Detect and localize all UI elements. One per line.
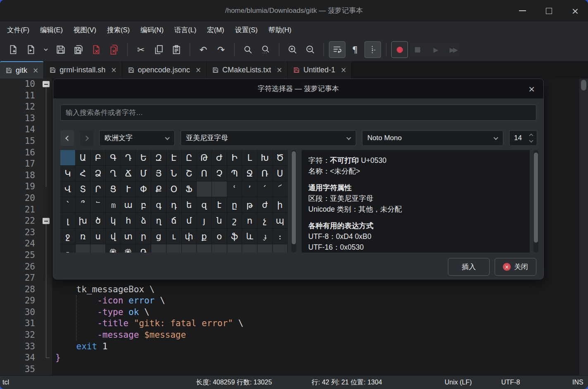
- word-wrap-icon[interactable]: [329, 41, 345, 58]
- char-cell[interactable]: ՞: [76, 197, 90, 212]
- char-cell[interactable]: Հ: [76, 166, 90, 181]
- script-select[interactable]: 欧洲文字: [99, 130, 175, 146]
- char-cell[interactable]: ձ: [136, 213, 151, 228]
- char-cell[interactable]: Զ: [151, 150, 166, 165]
- char-cell[interactable]: Ք: [151, 181, 166, 197]
- char-cell[interactable]: ի: [273, 197, 288, 212]
- char-cell[interactable]: Մ: [136, 166, 151, 181]
- char-cell[interactable]: Ց: [106, 181, 121, 197]
- menu-item[interactable]: 搜索(S): [102, 21, 135, 38]
- char-cell[interactable]: վ: [106, 229, 121, 244]
- character-search-input[interactable]: [60, 105, 536, 121]
- char-cell[interactable]: Է: [167, 150, 181, 165]
- char-cell[interactable]: ե: [182, 197, 197, 212]
- char-cell[interactable]: պ: [273, 213, 288, 228]
- indent-guide-icon[interactable]: [364, 41, 381, 58]
- char-cell[interactable]: դ: [167, 197, 181, 212]
- show-paragraph-marks-icon[interactable]: ¶: [347, 41, 363, 58]
- open-file-icon[interactable]: [23, 41, 39, 58]
- char-cell[interactable]: Խ: [257, 150, 272, 165]
- char-cell[interactable]: ֎: [121, 244, 136, 253]
- char-cell[interactable]: [182, 244, 197, 253]
- forward-button[interactable]: [80, 130, 93, 146]
- char-cell[interactable]: ռ: [76, 229, 90, 244]
- menu-item[interactable]: 设置(S): [229, 21, 263, 38]
- char-cell[interactable]: ց: [151, 229, 166, 244]
- char-cell[interactable]: [90, 244, 105, 253]
- char-cell[interactable]: Դ: [121, 150, 136, 165]
- tab-close-icon[interactable]: ×: [33, 66, 38, 74]
- char-cell[interactable]: է: [212, 197, 227, 212]
- menu-item[interactable]: 编辑(E): [35, 21, 68, 38]
- copy-icon[interactable]: [150, 41, 167, 58]
- char-cell[interactable]: ս: [90, 229, 105, 244]
- spin-down-icon[interactable]: [529, 138, 533, 143]
- char-cell[interactable]: փ: [182, 229, 197, 244]
- char-cell[interactable]: Կ: [60, 166, 75, 181]
- char-cell[interactable]: Օ: [167, 181, 181, 197]
- char-cell[interactable]: ֏: [136, 244, 151, 253]
- info-panel-scrollbar[interactable]: [533, 150, 538, 253]
- char-cell[interactable]: ղ: [151, 213, 166, 228]
- char-cell[interactable]: Ռ: [257, 166, 272, 181]
- char-cell[interactable]: [212, 181, 227, 197]
- char-cell[interactable]: [212, 244, 227, 253]
- menu-item[interactable]: 视图(V): [68, 21, 102, 38]
- save-all-icon[interactable]: [70, 41, 87, 58]
- tab-close-icon[interactable]: ×: [195, 66, 201, 74]
- char-cell[interactable]: [151, 244, 166, 253]
- char-cell[interactable]: Յ: [151, 166, 166, 181]
- char-cell[interactable]: Ձ: [90, 166, 105, 181]
- char-cell[interactable]: ՝: [60, 197, 75, 212]
- search-icon[interactable]: [240, 41, 256, 58]
- unicode-block-select[interactable]: 亚美尼亚字母: [181, 130, 356, 146]
- record-macro-icon[interactable]: [391, 41, 408, 58]
- character-grid[interactable]: ԱԲԳԴԵԶԷԸԹԺԻԼԽԾԿՀՁՂՃՄՅՆՇՈՉՊՋՌՍՎՏՐՑՒՓՔՕՖՙ՚…: [60, 150, 288, 253]
- char-cell[interactable]: ջ: [60, 229, 75, 244]
- menu-item[interactable]: 文件(F): [2, 21, 35, 38]
- new-file-icon[interactable]: [5, 41, 21, 58]
- char-cell[interactable]: ՛: [257, 181, 272, 197]
- char-cell[interactable]: ՠ: [106, 197, 121, 212]
- dialog-close-icon[interactable]: ×: [528, 79, 535, 98]
- char-cell[interactable]: ՙ: [227, 181, 242, 197]
- char-cell[interactable]: ժ: [257, 197, 272, 212]
- zoom-out-icon[interactable]: [302, 41, 319, 58]
- char-cell[interactable]: Լ: [242, 150, 257, 165]
- char-cell[interactable]: ֆ: [227, 229, 242, 244]
- save-icon[interactable]: [52, 41, 69, 58]
- char-cell[interactable]: ճ: [167, 213, 181, 228]
- char-cell[interactable]: ա: [121, 197, 136, 212]
- tab-close-icon[interactable]: ×: [111, 66, 117, 74]
- char-cell[interactable]: ծ: [90, 213, 105, 228]
- char-cell[interactable]: թ: [242, 197, 257, 212]
- char-cell[interactable]: Չ: [212, 166, 227, 181]
- char-cell[interactable]: Վ: [60, 181, 75, 197]
- zoom-in-icon[interactable]: [284, 41, 301, 58]
- char-cell[interactable]: կ: [106, 213, 121, 228]
- scrollbar-thumb[interactable]: [534, 153, 538, 243]
- char-cell[interactable]: Ն: [167, 166, 181, 181]
- char-cell[interactable]: ք: [197, 229, 212, 244]
- char-cell[interactable]: ո: [242, 213, 257, 228]
- menu-item[interactable]: 语言(L): [169, 21, 202, 38]
- char-cell[interactable]: [167, 244, 181, 253]
- char-cell[interactable]: Ֆ: [182, 181, 197, 197]
- char-cell[interactable]: Ղ: [106, 166, 121, 181]
- close-file-icon[interactable]: [88, 41, 105, 58]
- char-cell[interactable]: [242, 244, 257, 253]
- tab-grml-install.sh[interactable]: grml-install.sh×: [44, 61, 122, 79]
- char-cell[interactable]: Ջ: [242, 166, 257, 181]
- scrollbar-thumb[interactable]: [292, 151, 296, 244]
- char-cell[interactable]: Ճ: [121, 166, 136, 181]
- char-cell[interactable]: [197, 244, 212, 253]
- char-cell[interactable]: Գ: [106, 150, 121, 165]
- char-cell[interactable]: տ: [121, 229, 136, 244]
- back-button[interactable]: [60, 130, 74, 146]
- fold-marker[interactable]: [43, 218, 50, 224]
- char-cell[interactable]: Ի: [227, 150, 242, 165]
- font-size-stepper[interactable]: 14: [509, 130, 537, 146]
- char-cell[interactable]: և: [242, 229, 257, 244]
- tab-close-icon[interactable]: ×: [340, 66, 346, 74]
- fold-marker[interactable]: [43, 81, 50, 87]
